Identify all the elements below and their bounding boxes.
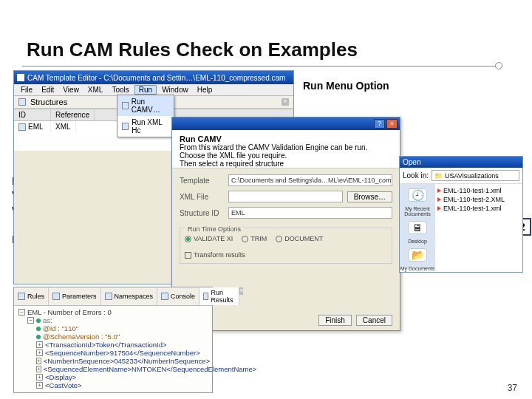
menu-view[interactable]: View: [59, 86, 83, 94]
xmlfile-field[interactable]: [228, 191, 343, 202]
help-button[interactable]: ?: [374, 119, 385, 129]
tree-num[interactable]: <NumberInSequence>045233</NumberInSequen…: [44, 357, 211, 365]
tab-console[interactable]: Console: [157, 287, 200, 305]
cell-id: EML: [28, 123, 44, 131]
wizard-head-l2: Choose the XML file you require.: [180, 151, 287, 160]
tree-ver[interactable]: @SchemaVersion : "5.0": [43, 332, 120, 341]
ok-dot-icon: [36, 318, 41, 323]
lookin-combo[interactable]: 📁USAVisualizations: [432, 170, 519, 181]
file-list[interactable]: EML-110-test-1.xml EML-110-test-2.XML EM…: [435, 184, 522, 269]
tree-txn[interactable]: <TransactionId>Token</TransactionId>: [45, 341, 167, 349]
ok-dot-icon: [36, 335, 41, 339]
run-dropdown: Run CAMV… Run XML Hc: [117, 95, 174, 137]
results-tree[interactable]: −EML - Number of Errors : 0 −as: @Id : "…: [14, 306, 212, 392]
cancel-button[interactable]: Cancel: [356, 315, 392, 326]
tree-seq[interactable]: <SequenceNumber>917504</SequenceNumber>: [45, 349, 200, 357]
run-camv-item[interactable]: Run CAMV…: [117, 95, 174, 116]
radio-validate[interactable]: VALIDATE XI: [185, 235, 233, 242]
close-button[interactable]: ×: [386, 119, 398, 129]
recent-icon[interactable]: 🕘: [408, 188, 427, 202]
tree-root[interactable]: EML - Number of Errors : 0: [27, 308, 112, 316]
structures-tab[interactable]: Structures: [30, 98, 67, 106]
open-dialog: Open Look in: 📁USAVisualizations 🕘 My Re…: [399, 156, 523, 273]
options-title: Run Time Options: [185, 225, 244, 233]
menu-window[interactable]: Window: [158, 86, 192, 94]
check-transform[interactable]: Transform results: [185, 251, 245, 259]
tab-rules[interactable]: Rules: [14, 287, 49, 305]
collapse-icon[interactable]: −: [27, 317, 34, 324]
open-title: Open: [400, 157, 522, 168]
app-icon: [17, 74, 24, 81]
tree-cast[interactable]: <CastVote>: [45, 381, 82, 389]
expand-icon[interactable]: +: [36, 374, 43, 381]
menu-tools[interactable]: Tools: [108, 86, 132, 94]
title-rule: [22, 66, 502, 66]
wizard-titlebar[interactable]: ? ×: [172, 117, 400, 130]
collapse-icon[interactable]: −: [18, 309, 25, 316]
desktop-icon[interactable]: 🖥: [408, 221, 427, 234]
folder-icon: 📁: [434, 172, 443, 180]
list-item[interactable]: EML-110-test-1.xml: [437, 204, 520, 213]
expand-icon[interactable]: +: [36, 358, 41, 364]
tree-id[interactable]: @Id : "110": [43, 324, 78, 332]
col-id[interactable]: ID: [14, 109, 51, 120]
tab-results[interactable]: Run Results: [200, 287, 239, 305]
xmlfile-label: XML File: [180, 193, 224, 201]
mydocs-label: My Documents: [400, 266, 435, 271]
wizard-head-l1: From this wizard the CAMV Validation Eng…: [180, 143, 367, 151]
ok-dot-icon: [36, 327, 41, 331]
menu-xml[interactable]: XML: [84, 86, 107, 94]
results-close-icon[interactable]: ×: [239, 287, 243, 295]
wizard-head-title: Run CAMV: [180, 134, 222, 143]
xml-icon: [437, 188, 441, 193]
radio-document[interactable]: DOCUMENT: [276, 235, 323, 242]
expand-icon[interactable]: +: [36, 382, 43, 389]
expand-icon[interactable]: +: [36, 366, 41, 372]
template-label: Template: [180, 177, 224, 185]
lookin-label: Look in:: [403, 171, 429, 180]
col-ref[interactable]: Reference: [51, 109, 95, 120]
runtime-options: Run Time Options VALIDATE XI TRIM DOCUME…: [180, 228, 392, 264]
menu-run[interactable]: Run: [134, 85, 157, 95]
label-run-menu: Run Menu Option: [303, 80, 389, 92]
menu-help[interactable]: Help: [194, 86, 216, 94]
struct-field[interactable]: EML: [228, 207, 392, 219]
recent-label: My Recent Documents: [400, 206, 435, 216]
tab-ns[interactable]: Namespaces: [101, 287, 158, 305]
cell-ref: XML: [51, 121, 76, 132]
xml-icon: [437, 197, 441, 202]
gear-icon: [122, 102, 129, 109]
list-item[interactable]: EML-110-test-1.xml: [437, 186, 520, 195]
expand-icon[interactable]: +: [36, 341, 43, 348]
template-field[interactable]: C:\Documents and Settings\da…ML\ev\EML-1…: [228, 174, 392, 186]
wizard-header: Run CAMV From this wizard the CAMV Valid…: [172, 130, 400, 168]
struct-label: Structure ID: [180, 209, 224, 217]
titlebar[interactable]: CAM Template Editor - C:\Documents and S…: [14, 71, 293, 84]
menu-edit[interactable]: Edit: [38, 86, 58, 94]
params-icon: [52, 293, 60, 300]
rules-icon: [18, 293, 25, 300]
mydocs-icon[interactable]: 📂: [408, 248, 427, 262]
radio-trim[interactable]: TRIM: [242, 235, 267, 242]
gear-icon: [122, 123, 129, 130]
structures-icon: [18, 98, 26, 106]
results-tabs: Rules Parameters Namespaces Console Run …: [14, 287, 212, 306]
run-icon: [203, 293, 208, 300]
close-icon[interactable]: ×: [282, 98, 289, 106]
browse-button[interactable]: Browse…: [347, 191, 392, 202]
list-item[interactable]: EML-110-test-2.XML: [437, 195, 520, 204]
ns-icon: [105, 293, 112, 300]
xml-icon: [437, 206, 441, 211]
expand-icon[interactable]: +: [36, 349, 43, 356]
tab-params[interactable]: Parameters: [49, 287, 101, 305]
menu-file[interactable]: File: [17, 86, 36, 94]
wizard-head-l3: Then select a required structure: [180, 160, 284, 168]
finish-button[interactable]: Finish: [318, 315, 352, 326]
run-xmlhc-item[interactable]: Run XML Hc: [117, 116, 174, 137]
tree-seqel[interactable]: <SequencedElementName>NMTOKEN</Sequenced…: [44, 365, 257, 373]
page-number: 37: [508, 383, 517, 393]
row-icon: [18, 123, 26, 131]
title-dot: [495, 62, 502, 69]
tree-disp[interactable]: <Display>: [45, 373, 76, 381]
wizard-body: Template C:\Documents and Settings\da…ML…: [172, 168, 400, 270]
